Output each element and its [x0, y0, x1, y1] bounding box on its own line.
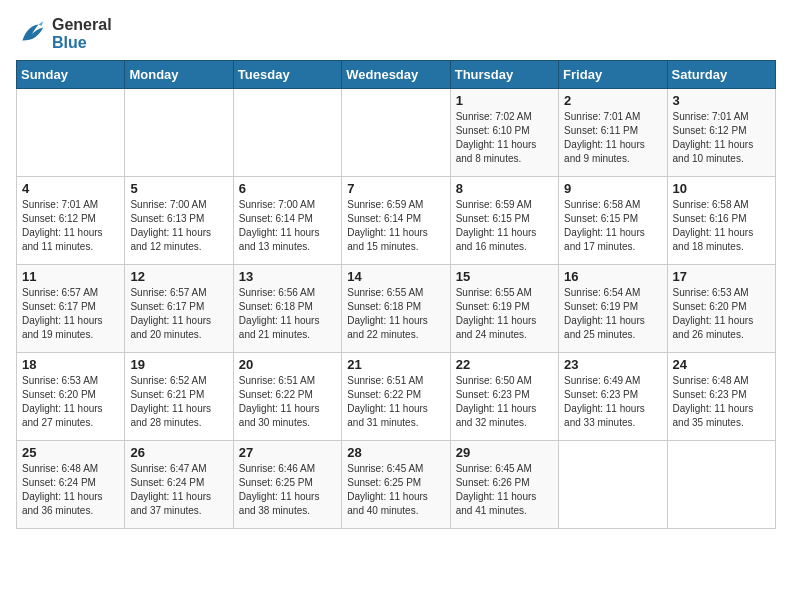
day-number: 5	[130, 181, 227, 196]
calendar-cell	[125, 89, 233, 177]
day-info: Sunrise: 6:58 AM Sunset: 6:15 PM Dayligh…	[564, 198, 661, 254]
day-number: 24	[673, 357, 770, 372]
calendar-cell: 9Sunrise: 6:58 AM Sunset: 6:15 PM Daylig…	[559, 177, 667, 265]
day-number: 23	[564, 357, 661, 372]
day-info: Sunrise: 6:55 AM Sunset: 6:18 PM Dayligh…	[347, 286, 444, 342]
day-info: Sunrise: 6:59 AM Sunset: 6:14 PM Dayligh…	[347, 198, 444, 254]
calendar-cell	[667, 441, 775, 529]
weekday-header: Monday	[125, 61, 233, 89]
day-info: Sunrise: 6:52 AM Sunset: 6:21 PM Dayligh…	[130, 374, 227, 430]
day-info: Sunrise: 6:49 AM Sunset: 6:23 PM Dayligh…	[564, 374, 661, 430]
calendar-cell	[559, 441, 667, 529]
calendar-cell: 24Sunrise: 6:48 AM Sunset: 6:23 PM Dayli…	[667, 353, 775, 441]
calendar-cell: 20Sunrise: 6:51 AM Sunset: 6:22 PM Dayli…	[233, 353, 341, 441]
day-info: Sunrise: 6:53 AM Sunset: 6:20 PM Dayligh…	[673, 286, 770, 342]
day-number: 18	[22, 357, 119, 372]
calendar-week-row: 1Sunrise: 7:02 AM Sunset: 6:10 PM Daylig…	[17, 89, 776, 177]
calendar-cell: 10Sunrise: 6:58 AM Sunset: 6:16 PM Dayli…	[667, 177, 775, 265]
weekday-header: Sunday	[17, 61, 125, 89]
day-number: 10	[673, 181, 770, 196]
weekday-header: Saturday	[667, 61, 775, 89]
calendar-cell: 15Sunrise: 6:55 AM Sunset: 6:19 PM Dayli…	[450, 265, 558, 353]
calendar-cell	[17, 89, 125, 177]
day-info: Sunrise: 6:53 AM Sunset: 6:20 PM Dayligh…	[22, 374, 119, 430]
calendar-cell: 28Sunrise: 6:45 AM Sunset: 6:25 PM Dayli…	[342, 441, 450, 529]
calendar-cell: 11Sunrise: 6:57 AM Sunset: 6:17 PM Dayli…	[17, 265, 125, 353]
day-info: Sunrise: 7:01 AM Sunset: 6:11 PM Dayligh…	[564, 110, 661, 166]
calendar-cell	[342, 89, 450, 177]
day-info: Sunrise: 7:02 AM Sunset: 6:10 PM Dayligh…	[456, 110, 553, 166]
day-info: Sunrise: 6:59 AM Sunset: 6:15 PM Dayligh…	[456, 198, 553, 254]
day-number: 27	[239, 445, 336, 460]
day-number: 16	[564, 269, 661, 284]
day-info: Sunrise: 7:00 AM Sunset: 6:13 PM Dayligh…	[130, 198, 227, 254]
calendar-cell: 14Sunrise: 6:55 AM Sunset: 6:18 PM Dayli…	[342, 265, 450, 353]
day-number: 17	[673, 269, 770, 284]
day-info: Sunrise: 6:46 AM Sunset: 6:25 PM Dayligh…	[239, 462, 336, 518]
page-header: General Blue	[16, 16, 776, 52]
calendar-week-row: 11Sunrise: 6:57 AM Sunset: 6:17 PM Dayli…	[17, 265, 776, 353]
logo-text: General Blue	[52, 16, 112, 52]
day-info: Sunrise: 6:58 AM Sunset: 6:16 PM Dayligh…	[673, 198, 770, 254]
day-info: Sunrise: 6:57 AM Sunset: 6:17 PM Dayligh…	[130, 286, 227, 342]
weekday-header: Wednesday	[342, 61, 450, 89]
day-info: Sunrise: 6:48 AM Sunset: 6:24 PM Dayligh…	[22, 462, 119, 518]
day-number: 13	[239, 269, 336, 284]
calendar-cell: 17Sunrise: 6:53 AM Sunset: 6:20 PM Dayli…	[667, 265, 775, 353]
calendar-week-row: 4Sunrise: 7:01 AM Sunset: 6:12 PM Daylig…	[17, 177, 776, 265]
day-info: Sunrise: 6:57 AM Sunset: 6:17 PM Dayligh…	[22, 286, 119, 342]
day-info: Sunrise: 6:54 AM Sunset: 6:19 PM Dayligh…	[564, 286, 661, 342]
day-number: 21	[347, 357, 444, 372]
calendar-table: SundayMondayTuesdayWednesdayThursdayFrid…	[16, 60, 776, 529]
calendar-cell: 3Sunrise: 7:01 AM Sunset: 6:12 PM Daylig…	[667, 89, 775, 177]
calendar-cell: 22Sunrise: 6:50 AM Sunset: 6:23 PM Dayli…	[450, 353, 558, 441]
calendar-cell: 23Sunrise: 6:49 AM Sunset: 6:23 PM Dayli…	[559, 353, 667, 441]
calendar-cell: 26Sunrise: 6:47 AM Sunset: 6:24 PM Dayli…	[125, 441, 233, 529]
calendar-cell: 12Sunrise: 6:57 AM Sunset: 6:17 PM Dayli…	[125, 265, 233, 353]
day-info: Sunrise: 7:01 AM Sunset: 6:12 PM Dayligh…	[673, 110, 770, 166]
day-info: Sunrise: 7:01 AM Sunset: 6:12 PM Dayligh…	[22, 198, 119, 254]
day-number: 9	[564, 181, 661, 196]
day-info: Sunrise: 6:45 AM Sunset: 6:25 PM Dayligh…	[347, 462, 444, 518]
day-info: Sunrise: 6:56 AM Sunset: 6:18 PM Dayligh…	[239, 286, 336, 342]
calendar-cell: 8Sunrise: 6:59 AM Sunset: 6:15 PM Daylig…	[450, 177, 558, 265]
day-number: 6	[239, 181, 336, 196]
day-number: 2	[564, 93, 661, 108]
calendar-cell: 27Sunrise: 6:46 AM Sunset: 6:25 PM Dayli…	[233, 441, 341, 529]
day-info: Sunrise: 6:45 AM Sunset: 6:26 PM Dayligh…	[456, 462, 553, 518]
logo-icon	[16, 18, 48, 50]
day-number: 1	[456, 93, 553, 108]
day-number: 20	[239, 357, 336, 372]
calendar-cell: 21Sunrise: 6:51 AM Sunset: 6:22 PM Dayli…	[342, 353, 450, 441]
weekday-header: Friday	[559, 61, 667, 89]
day-info: Sunrise: 6:50 AM Sunset: 6:23 PM Dayligh…	[456, 374, 553, 430]
day-info: Sunrise: 7:00 AM Sunset: 6:14 PM Dayligh…	[239, 198, 336, 254]
day-info: Sunrise: 6:47 AM Sunset: 6:24 PM Dayligh…	[130, 462, 227, 518]
day-number: 8	[456, 181, 553, 196]
calendar-cell: 7Sunrise: 6:59 AM Sunset: 6:14 PM Daylig…	[342, 177, 450, 265]
calendar-cell: 6Sunrise: 7:00 AM Sunset: 6:14 PM Daylig…	[233, 177, 341, 265]
calendar-cell	[233, 89, 341, 177]
calendar-cell: 25Sunrise: 6:48 AM Sunset: 6:24 PM Dayli…	[17, 441, 125, 529]
day-number: 11	[22, 269, 119, 284]
day-number: 29	[456, 445, 553, 460]
calendar-header: SundayMondayTuesdayWednesdayThursdayFrid…	[17, 61, 776, 89]
weekday-header: Thursday	[450, 61, 558, 89]
day-number: 3	[673, 93, 770, 108]
calendar-cell: 29Sunrise: 6:45 AM Sunset: 6:26 PM Dayli…	[450, 441, 558, 529]
day-info: Sunrise: 6:51 AM Sunset: 6:22 PM Dayligh…	[347, 374, 444, 430]
weekday-header: Tuesday	[233, 61, 341, 89]
day-number: 15	[456, 269, 553, 284]
day-number: 4	[22, 181, 119, 196]
day-info: Sunrise: 6:51 AM Sunset: 6:22 PM Dayligh…	[239, 374, 336, 430]
calendar-body: 1Sunrise: 7:02 AM Sunset: 6:10 PM Daylig…	[17, 89, 776, 529]
calendar-cell: 13Sunrise: 6:56 AM Sunset: 6:18 PM Dayli…	[233, 265, 341, 353]
calendar-cell: 5Sunrise: 7:00 AM Sunset: 6:13 PM Daylig…	[125, 177, 233, 265]
day-number: 7	[347, 181, 444, 196]
day-number: 19	[130, 357, 227, 372]
day-number: 25	[22, 445, 119, 460]
calendar-cell: 19Sunrise: 6:52 AM Sunset: 6:21 PM Dayli…	[125, 353, 233, 441]
day-info: Sunrise: 6:48 AM Sunset: 6:23 PM Dayligh…	[673, 374, 770, 430]
day-info: Sunrise: 6:55 AM Sunset: 6:19 PM Dayligh…	[456, 286, 553, 342]
day-number: 14	[347, 269, 444, 284]
